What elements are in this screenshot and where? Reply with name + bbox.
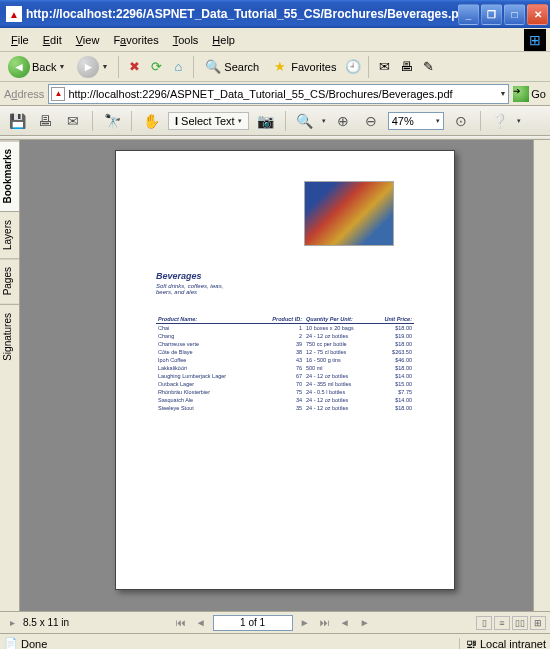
back-button[interactable]: ◄ Back ▼ xyxy=(4,54,69,80)
tab-pages[interactable]: Pages xyxy=(0,258,19,303)
select-text-button[interactable]: I Select Text ▾ xyxy=(168,112,249,130)
select-dropdown-icon[interactable]: ▾ xyxy=(238,117,242,125)
close-button[interactable]: ✕ xyxy=(527,4,548,25)
menu-tools[interactable]: Tools xyxy=(166,32,206,48)
zoom-100-button[interactable]: ⊙ xyxy=(450,110,472,132)
next-page-button[interactable]: ► xyxy=(297,616,313,630)
minimize-button[interactable]: _ xyxy=(458,4,479,25)
window-title: http://localhost:2296/ASPNET_Data_Tutori… xyxy=(26,7,458,21)
pdf-page: Beverages Soft drinks, coffees, teas, be… xyxy=(115,150,455,590)
zoom-value: 47% xyxy=(392,115,414,127)
menu-edit[interactable]: Edit xyxy=(36,32,69,48)
zoom-minus-button[interactable]: ⊖ xyxy=(360,110,382,132)
pdf-main: Bookmarks Layers Pages Signatures Bevera… xyxy=(0,140,550,611)
favorites-button[interactable]: ★ Favorites xyxy=(267,56,340,78)
forward-button[interactable]: ► ▼ xyxy=(73,54,112,80)
help-dropdown-icon[interactable]: ▾ xyxy=(517,117,521,125)
menu-favorites[interactable]: Favorites xyxy=(106,32,165,48)
continuous-facing-button[interactable]: ⊞ xyxy=(530,616,546,630)
window-titlebar: ▲ http://localhost:2296/ASPNET_Data_Tuto… xyxy=(0,0,550,28)
table-row: Côte de Blaye3812 - 75 cl bottles$263.50 xyxy=(156,348,414,356)
tab-bookmarks[interactable]: Bookmarks xyxy=(0,140,19,211)
pdf-print-button[interactable]: 🖶 xyxy=(34,110,56,132)
address-dropdown-icon[interactable]: ▼ xyxy=(499,90,506,97)
zone-icon: 🖳 xyxy=(466,638,477,650)
menu-help[interactable]: Help xyxy=(205,32,242,48)
go-icon: ➔ xyxy=(513,86,529,102)
home-button[interactable]: ⌂ xyxy=(169,58,187,76)
hand-tool-button[interactable]: ✋ xyxy=(140,110,162,132)
favorites-label: Favorites xyxy=(291,61,336,73)
col-id: Product ID: xyxy=(264,315,304,324)
address-bar: Address ▲ ▼ ➔ Go xyxy=(0,82,550,106)
expand-icon[interactable]: ▸ xyxy=(4,616,20,630)
address-input[interactable] xyxy=(68,88,499,100)
product-table: Product Name: Product ID: Quantity Per U… xyxy=(156,315,414,412)
table-row: Chai110 boxes x 20 bags$18.00 xyxy=(156,324,414,333)
refresh-button[interactable]: ⟳ xyxy=(147,58,165,76)
edit-button[interactable]: ✎ xyxy=(419,58,437,76)
search-icon: 🔍 xyxy=(204,58,222,76)
last-page-button[interactable]: ⏭ xyxy=(317,616,333,630)
zoom-input[interactable]: 47% ▾ xyxy=(388,112,444,130)
table-row: Steeleye Stout3524 - 12 oz bottles$18.00 xyxy=(156,404,414,412)
single-page-button[interactable]: ▯ xyxy=(476,616,492,630)
history-button[interactable]: 🕘 xyxy=(344,58,362,76)
page-indicator-input[interactable] xyxy=(213,615,293,631)
security-zone: 🖳 Local intranet xyxy=(459,638,546,650)
table-row: Sasquatch Ale3424 - 12 oz bottles$14.00 xyxy=(156,396,414,404)
first-page-button[interactable]: ⏮ xyxy=(173,616,189,630)
brochure-image xyxy=(304,181,394,246)
doc-subtitle: Soft drinks, coffees, teas, beers, and a… xyxy=(156,283,226,295)
col-name: Product Name: xyxy=(156,315,264,324)
search-label: Search xyxy=(224,61,259,73)
save-button[interactable]: 💾 xyxy=(6,110,28,132)
zoom-out-button[interactable]: 🔍 xyxy=(294,110,316,132)
table-row: Chartreuse verte39750 cc per bottle$18.0… xyxy=(156,340,414,348)
snapshot-button[interactable]: 📷 xyxy=(255,110,277,132)
facing-button[interactable]: ▯▯ xyxy=(512,616,528,630)
back-dropdown-icon[interactable]: ▼ xyxy=(58,63,65,70)
prev-page-button[interactable]: ◄ xyxy=(193,616,209,630)
pdf-viewport[interactable]: Beverages Soft drinks, coffees, teas, be… xyxy=(20,140,550,611)
zone-label: Local intranet xyxy=(480,638,546,650)
browser-toolbar: ◄ Back ▼ ► ▼ ✖ ⟳ ⌂ 🔍 Search ★ Favorites … xyxy=(0,52,550,82)
table-row: Rhönbräu Klosterbier7524 - 0.5 l bottles… xyxy=(156,388,414,396)
page-icon: 📄 xyxy=(4,637,18,649)
menu-view[interactable]: View xyxy=(69,32,107,48)
throbber-icon: ⊞ xyxy=(524,29,546,51)
mail-button[interactable]: ✉ xyxy=(375,58,393,76)
go-button[interactable]: ➔ Go xyxy=(513,86,546,102)
address-label: Address xyxy=(4,88,44,100)
print-button[interactable]: 🖶 xyxy=(397,58,415,76)
address-box[interactable]: ▲ ▼ xyxy=(48,84,509,104)
forward-icon: ► xyxy=(77,56,99,78)
restore-button[interactable]: ❐ xyxy=(481,4,502,25)
col-price: Unit Price: xyxy=(374,315,414,324)
table-row: Chang224 - 12 oz bottles$19.00 xyxy=(156,332,414,340)
table-row: Lakkalikööri76500 ml$18.00 xyxy=(156,364,414,372)
help-button[interactable]: ❔ xyxy=(489,110,511,132)
continuous-button[interactable]: ≡ xyxy=(494,616,510,630)
search-button[interactable]: 🔍 Search xyxy=(200,56,263,78)
tab-layers[interactable]: Layers xyxy=(0,211,19,258)
back-icon: ◄ xyxy=(8,56,30,78)
stop-button[interactable]: ✖ xyxy=(125,58,143,76)
col-qty: Quantity Per Unit: xyxy=(304,315,374,324)
email-button[interactable]: ✉ xyxy=(62,110,84,132)
favorites-icon: ★ xyxy=(271,58,289,76)
zoom-dropdown-icon[interactable]: ▾ xyxy=(436,117,440,125)
pdf-status-bar: ▸ 8.5 x 11 in ⏮ ◄ ► ⏭ ◄ ► ▯ ≡ ▯▯ ⊞ xyxy=(0,611,550,633)
tab-signatures[interactable]: Signatures xyxy=(0,304,19,369)
nav-fwd-button[interactable]: ► xyxy=(357,616,373,630)
menu-file[interactable]: File xyxy=(4,32,36,48)
forward-dropdown-icon[interactable]: ▼ xyxy=(101,63,108,70)
nav-back-button[interactable]: ◄ xyxy=(337,616,353,630)
maximize-button[interactable]: □ xyxy=(504,4,525,25)
zoomout-dropdown-icon[interactable]: ▾ xyxy=(322,117,326,125)
zoom-in-button[interactable]: ⊕ xyxy=(332,110,354,132)
pdf-toolbar-1: 💾 🖶 ✉ 🔭 ✋ I Select Text ▾ 📷 🔍 ▾ ⊕ ⊖ 47% … xyxy=(0,106,550,136)
page-size-label: 8.5 x 11 in xyxy=(23,617,69,628)
binoculars-button[interactable]: 🔭 xyxy=(101,110,123,132)
go-label: Go xyxy=(531,88,546,100)
